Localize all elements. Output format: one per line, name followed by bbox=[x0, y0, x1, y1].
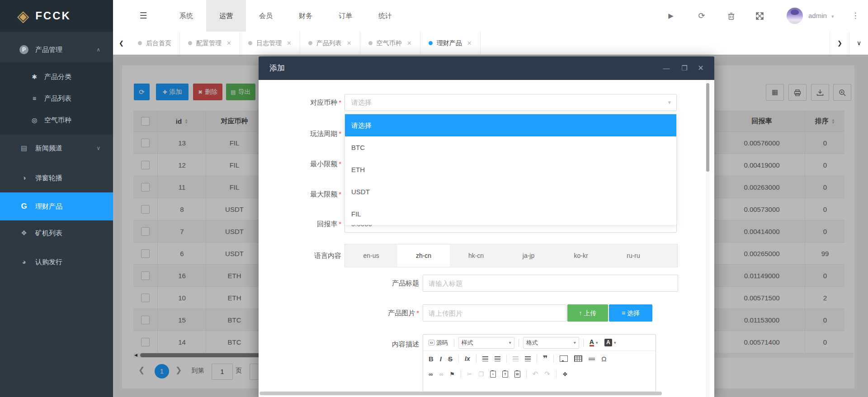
fullscreen-icon[interactable] bbox=[752, 0, 767, 32]
redo-button[interactable]: ↷ bbox=[542, 369, 552, 379]
username[interactable]: admin ▾ bbox=[808, 0, 834, 32]
coin-select[interactable]: 请选择 ▾ bbox=[344, 94, 677, 111]
nav-item-statistics[interactable]: 统计 bbox=[365, 0, 405, 32]
remove-format-button[interactable]: Ix bbox=[463, 354, 472, 363]
refresh-icon[interactable]: ⟳ bbox=[694, 0, 709, 32]
image-button[interactable] bbox=[558, 355, 570, 363]
italic-button[interactable]: I bbox=[438, 354, 443, 364]
bullet-list-button[interactable] bbox=[493, 355, 502, 362]
text-color-icon: A bbox=[590, 339, 594, 346]
upload-button[interactable]: ↑ 上传 bbox=[567, 304, 608, 322]
tab[interactable]: 空气币种 ✕ bbox=[360, 32, 420, 55]
username-text: admin bbox=[808, 12, 827, 19]
tab-close-icon[interactable]: ✕ bbox=[407, 32, 412, 55]
anchor-button[interactable]: ⚑ bbox=[448, 370, 457, 378]
tab-close-icon[interactable]: ✕ bbox=[347, 32, 352, 55]
field-label-min: 最小限额* bbox=[259, 155, 341, 173]
avatar[interactable] bbox=[787, 8, 803, 24]
tabs-menu-icon[interactable]: ∨ bbox=[849, 32, 868, 55]
blockquote-button[interactable]: ❞ bbox=[541, 353, 550, 364]
close-icon[interactable]: ✕ bbox=[694, 56, 707, 80]
indent-button[interactable] bbox=[523, 355, 533, 362]
nav-item-system[interactable]: 系统 bbox=[166, 0, 206, 32]
format-combo[interactable]: 格式▾ bbox=[523, 337, 579, 349]
tab[interactable]: 产品列表 ✕ bbox=[300, 32, 360, 55]
language-tab[interactable]: zh-cn bbox=[397, 244, 450, 267]
chevron-down-icon: ∨ bbox=[96, 136, 100, 160]
modal-horizontal-scrollbar[interactable] bbox=[259, 392, 662, 395]
special-char-button[interactable]: Ω bbox=[599, 354, 608, 364]
tab[interactable]: 后台首页 ✕ bbox=[130, 32, 180, 55]
tab-close-icon[interactable]: ✕ bbox=[287, 32, 292, 55]
tab-dot-icon bbox=[248, 41, 252, 45]
modal-scrollbar-thumb[interactable] bbox=[706, 83, 709, 172]
sidebar-item-subscription-issue[interactable]: ◕ 认购发行 bbox=[0, 251, 113, 273]
language-tab[interactable]: en-us bbox=[345, 244, 397, 267]
editor-maximize-button[interactable]: ❖ bbox=[561, 370, 570, 378]
nav-item-orders[interactable]: 订单 bbox=[326, 0, 365, 32]
product-title-input[interactable] bbox=[423, 275, 678, 292]
maximize-icon[interactable]: ❐ bbox=[678, 56, 691, 80]
unlink-button[interactable]: ∞ bbox=[437, 370, 445, 378]
language-tab[interactable]: ru-ru bbox=[607, 244, 660, 267]
bold-button[interactable]: B bbox=[427, 354, 435, 364]
tab[interactable]: 配置管理 ✕ bbox=[180, 32, 240, 55]
tabs-scroll-left-icon[interactable]: ❮ bbox=[113, 32, 130, 55]
product-badge-icon: P bbox=[19, 37, 29, 62]
cut-button[interactable]: ✂ bbox=[465, 370, 474, 378]
tab-close-icon[interactable]: ✕ bbox=[226, 32, 231, 55]
sidebar-item-label: 弹窗轮播 bbox=[35, 166, 62, 190]
sidebar-item-product-category[interactable]: ✱ 产品分类 bbox=[0, 66, 113, 88]
sidebar-item-label: 矿机列表 bbox=[35, 222, 62, 244]
table-button[interactable] bbox=[572, 355, 584, 363]
ordered-list-button[interactable] bbox=[481, 355, 490, 362]
language-tab[interactable]: ja-jp bbox=[502, 244, 555, 267]
dropdown-option[interactable]: ETH bbox=[345, 159, 676, 181]
strikethrough-button[interactable]: S bbox=[446, 354, 454, 364]
paste-word-button[interactable]: W bbox=[513, 370, 522, 378]
tab[interactable]: 理财产品 ✕ bbox=[420, 32, 481, 55]
nav-item-operation[interactable]: 运营 bbox=[206, 0, 246, 32]
more-menu-icon[interactable]: ⋮ bbox=[849, 0, 862, 32]
text-color-button[interactable]: A ▾ bbox=[588, 338, 600, 347]
outdent-button[interactable] bbox=[511, 355, 520, 362]
language-tab[interactable]: ko-kr bbox=[555, 244, 607, 267]
horizontal-rule-button[interactable] bbox=[587, 355, 597, 362]
sidebar-item-miner-list[interactable]: ❖ 矿机列表 bbox=[0, 222, 113, 244]
language-tab[interactable]: hk-cn bbox=[450, 244, 502, 267]
sidebar-item-news-channel[interactable]: ▤ 新闻频道 ∨ bbox=[0, 136, 113, 160]
minimize-icon[interactable]: — bbox=[660, 56, 673, 80]
tabs-scroll-right-icon[interactable]: ❯ bbox=[830, 32, 849, 55]
style-combo[interactable]: 样式▾ bbox=[458, 337, 514, 349]
sidebar-item-air-coin[interactable]: ◎ 空气币种 bbox=[0, 109, 113, 131]
copy-button[interactable]: ❐ bbox=[476, 370, 486, 378]
paste-button[interactable]: ≡ bbox=[488, 370, 498, 378]
dropdown-option[interactable]: 请选择 bbox=[345, 114, 676, 136]
sidebar-item-finance-products[interactable]: G 理财产品 bbox=[0, 192, 113, 220]
dropdown-option[interactable]: BTC bbox=[345, 136, 676, 159]
product-image-input[interactable] bbox=[423, 304, 566, 322]
modal-scrollbar[interactable] bbox=[706, 80, 710, 397]
sidebar-item-label: 产品分类 bbox=[44, 66, 71, 88]
tab[interactable]: 日志管理 ✕ bbox=[240, 32, 300, 55]
trash-icon[interactable] bbox=[724, 0, 738, 32]
dropdown-option[interactable]: USDT bbox=[345, 181, 676, 203]
paste-text-button[interactable]: T bbox=[500, 370, 510, 378]
undo-button[interactable]: ↶ bbox=[531, 369, 540, 379]
sidebar-item-popup-carousel[interactable]: ◑ 弹窗轮播 bbox=[0, 166, 113, 190]
bg-color-button[interactable]: A ▾ bbox=[603, 338, 618, 347]
link-button[interactable]: ∞ bbox=[427, 370, 434, 378]
sidebar-collapse-icon[interactable]: ☰ bbox=[136, 0, 151, 32]
choose-button[interactable]: ≡ 选择 bbox=[609, 304, 652, 322]
tab-label: 后台首页 bbox=[146, 32, 171, 55]
nav-item-members[interactable]: 会员 bbox=[246, 0, 286, 32]
tab-close-icon[interactable]: ✕ bbox=[467, 32, 472, 55]
nav-item-finance[interactable]: 财务 bbox=[286, 0, 326, 32]
sidebar-item-product-management[interactable]: P 产品管理 ∧ bbox=[0, 37, 113, 62]
dialog-header[interactable]: 添加 — ❐ ✕ bbox=[259, 56, 714, 80]
sidebar-item-product-list[interactable]: ≡ 产品列表 bbox=[0, 88, 113, 109]
editor-toolbar-row-3: ∞ ∞ ⚑ ✂ ❐ ≡ T W ↶ ↷ ❖ bbox=[423, 366, 656, 382]
play-icon[interactable]: ▶ bbox=[664, 0, 678, 32]
source-button[interactable]: ‹› 源码 bbox=[427, 338, 450, 348]
dropdown-option[interactable]: FIL bbox=[345, 203, 676, 225]
